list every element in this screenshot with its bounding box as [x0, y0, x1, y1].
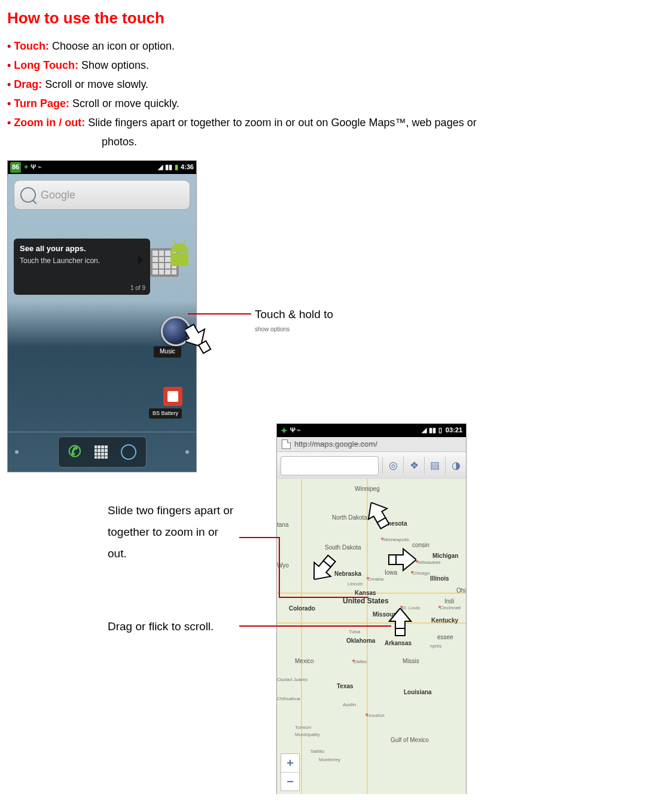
page-icon	[282, 439, 291, 449]
places-button[interactable]: ▤	[424, 457, 445, 475]
map-label: Chihuahua	[277, 695, 300, 703]
zoom-out-button[interactable]: −	[281, 772, 299, 790]
search-widget[interactable]: Google	[14, 180, 190, 210]
url-bar[interactable]: http://maps.google.com/	[277, 437, 466, 452]
bullet-dot: •	[7, 78, 11, 90]
zoom-controls: + −	[281, 753, 300, 791]
map-label: Lincoln	[348, 581, 362, 588]
status-bar: 86 ✦ Ψ ⌁ ◢ ▮▮ ▮ 4:36	[8, 161, 196, 174]
callout-text: Touch & hold to	[255, 308, 333, 320]
svg-marker-6	[395, 549, 416, 570]
drag-arrow-icon	[388, 608, 412, 638]
callout-touch-hold: Touch & hold to	[255, 306, 333, 323]
map-label: Louisiana	[404, 688, 432, 697]
search-icon	[20, 187, 36, 203]
gesture-list: • Touch: Choose an icon or option. • Lon…	[7, 38, 652, 150]
callout-touch-hold-sub: show options	[255, 325, 290, 334]
bs-battery-label: BS Battery	[149, 408, 182, 419]
dock: ✆	[8, 432, 196, 472]
map-label: Oklahoma	[346, 637, 375, 646]
map-label: Dallas	[354, 658, 367, 666]
map-label: Austin	[343, 701, 356, 709]
bullet-term: Drag:	[14, 78, 42, 90]
map-label: Torreón	[295, 724, 311, 731]
map-label: Cincinnati	[440, 605, 461, 612]
url-text: http://maps.google.com/	[294, 439, 377, 450]
tip-counter: 1 of 9	[130, 284, 145, 293]
map-label: Ohio	[456, 587, 466, 596]
map-canvas[interactable]: Winnipeg tana North Dakota Minnesota Sou…	[277, 479, 466, 794]
map-label: Milwaukee	[418, 559, 441, 566]
debug-icon: ⌁	[38, 163, 42, 172]
bullet-term: Turn Page:	[14, 97, 69, 109]
map-label: Arkansas	[385, 639, 412, 648]
maps-search-input[interactable]	[281, 456, 379, 475]
phone-app-icon[interactable]: ✆	[68, 441, 81, 463]
dock-tray: ✆	[58, 436, 147, 468]
battery-icon: ▮	[175, 163, 178, 172]
page-indicator-left	[15, 450, 19, 454]
battery-icon: ▯	[438, 426, 442, 435]
status-right-icons: ◢ ▮▮ ▮ 4:36	[158, 163, 194, 172]
map-label: North Dakota	[332, 514, 367, 523]
bullet-term: Zoom in / out:	[14, 117, 85, 129]
map-label: Monterrey	[319, 756, 340, 764]
cursor-icon	[185, 323, 212, 358]
map-label: Missis	[403, 657, 419, 666]
bs-battery-icon[interactable]	[163, 387, 182, 406]
map-label: Ciudad Juarez	[277, 676, 308, 683]
phone-home-screenshot: 86 ✦ Ψ ⌁ ◢ ▮▮ ▮ 4:36 Google See all your…	[7, 160, 197, 472]
layers-button[interactable]: ❖	[403, 457, 424, 475]
callout-text: Slide two fingers apart or together to z…	[108, 504, 233, 560]
browser-icon[interactable]	[121, 444, 136, 460]
callout-line-pinch-v	[279, 537, 280, 597]
phone-maps-screenshot: ✦ Ψ ⌁ ◢ ▮▮ ▯ 03:21 http://maps.google.co…	[276, 423, 467, 794]
bullet-zoom-line2: photos.	[102, 134, 652, 149]
app-drawer-icon[interactable]	[95, 445, 108, 459]
map-label: Tulsa	[349, 628, 360, 636]
svg-rect-7	[389, 555, 396, 564]
directions-button[interactable]: ◑	[445, 457, 466, 475]
svg-marker-8	[389, 608, 411, 630]
callout-line-touchhold	[188, 313, 251, 315]
bullet-desc: Scroll or move quickly.	[69, 97, 179, 109]
bullet-turn-page: • Turn Page: Scroll or move quickly.	[7, 96, 652, 111]
callout-line-dragflick	[239, 625, 391, 627]
bullet-dot: •	[7, 40, 11, 52]
map-label: Illinois	[430, 575, 449, 584]
zoom-in-button[interactable]: +	[281, 754, 299, 772]
bullet-desc: Choose an icon or option.	[49, 40, 175, 52]
bullet-dot: •	[7, 117, 11, 129]
signal-icon: ▮▮	[165, 163, 172, 172]
map-label: Kentucky	[431, 616, 458, 625]
bullet-dot: •	[7, 59, 11, 71]
callout-line-pinch-h2	[279, 597, 368, 598]
onboarding-tip: See all your apps. Touch the Launcher ic…	[14, 239, 150, 295]
map-label: nphis	[430, 643, 441, 650]
map-label: Nebraska	[334, 570, 361, 579]
bullet-drag: • Drag: Scroll or move slowly.	[7, 77, 652, 92]
map-label: Winnipeg	[355, 485, 380, 494]
map-label: Houston	[367, 712, 385, 719]
usb-icon: Ψ	[290, 426, 295, 435]
usb-icon: Ψ	[31, 163, 36, 172]
pinch-arrow-icon	[305, 549, 343, 587]
callout-dragflick: Drag or flick to scroll.	[108, 618, 214, 635]
locate-button[interactable]: ◎	[382, 457, 403, 475]
leaf-icon: ✦	[23, 163, 29, 172]
map-label: Omaha	[368, 576, 383, 583]
tip-title: See all your apps.	[20, 243, 144, 255]
status-bar: ✦ Ψ ⌁ ◢ ▮▮ ▯ 03:21	[277, 424, 466, 437]
map-label: Municipality	[295, 731, 320, 738]
svg-rect-9	[395, 628, 405, 636]
bullet-dot: •	[7, 97, 11, 109]
map-label: Mexico	[295, 657, 314, 666]
search-hint: Google	[41, 187, 75, 203]
android-logo-icon	[167, 243, 191, 272]
bullet-desc: Slide fingers apart or together to zoom …	[85, 117, 476, 129]
bullet-desc: Show options.	[78, 59, 149, 71]
tip-subtitle: Touch the Launcher icon.	[20, 256, 144, 266]
status-left-icons: ✦ Ψ ⌁	[23, 163, 42, 172]
signal-icon: ▮▮	[429, 426, 436, 435]
wifi-icon: ◢	[158, 163, 163, 172]
